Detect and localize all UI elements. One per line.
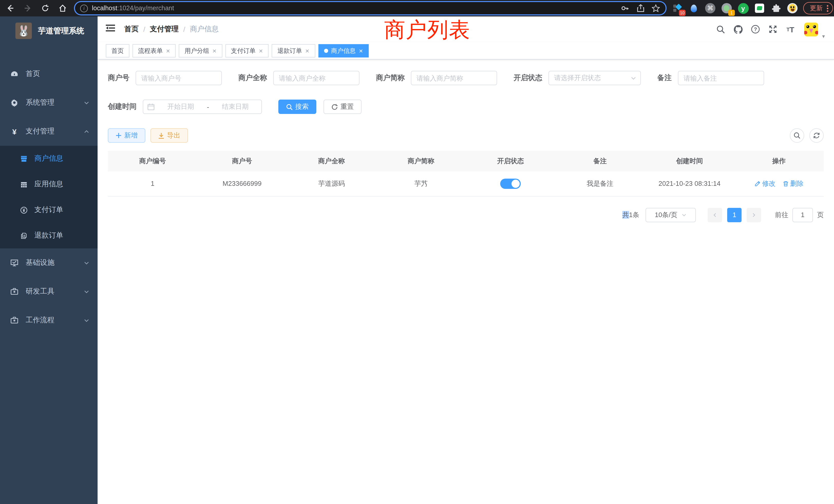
delete-button[interactable]: 删除 (783, 179, 804, 188)
col-status: 开启状态 (466, 151, 555, 171)
filter-label: 商户全称 (238, 73, 267, 83)
sidebar-item-pay[interactable]: ¥ 支付管理 (0, 117, 97, 146)
table-toolbar: 新增 导出 (108, 128, 824, 143)
add-button[interactable]: 新增 (108, 128, 145, 143)
tab-merchant-info[interactable]: 商户信息✕ (318, 44, 369, 58)
app-logo-row[interactable]: 🐰 芋道管理系统 (0, 17, 97, 45)
sidebar-item-system[interactable]: 系统管理 (0, 88, 97, 117)
merchant-full-name-input[interactable] (273, 71, 359, 85)
tab-process-form[interactable]: 流程表单✕ (132, 44, 176, 58)
sidebar-item-label: 系统管理 (26, 98, 84, 107)
total-count: 共1条 (622, 210, 639, 220)
export-button[interactable]: 导出 (151, 128, 188, 143)
extension-badge: 10 (679, 10, 686, 16)
close-icon[interactable]: ✕ (259, 48, 263, 54)
browser-menu-icon[interactable] (827, 5, 828, 12)
tab-refund-order[interactable]: 退款订单✕ (272, 44, 315, 58)
breadcrumb-home[interactable]: 首页 (124, 25, 139, 34)
sidebar-item-label: 首页 (26, 69, 89, 78)
refresh-table-icon[interactable] (809, 128, 824, 143)
help-icon[interactable]: ? (749, 23, 762, 36)
avatar-caret-icon[interactable]: ▼ (821, 34, 826, 39)
tab-user-group[interactable]: 用户分组✕ (179, 44, 222, 58)
extension-balloon-icon[interactable] (688, 3, 699, 14)
extension-chat-icon[interactable] (754, 3, 765, 14)
store-icon (20, 155, 28, 162)
col-create-time: 创建时间 (645, 151, 734, 171)
next-page-button[interactable] (747, 208, 761, 222)
col-actions: 操作 (734, 151, 824, 171)
sidebar-item-dev-tools[interactable]: 研发工具 (0, 277, 97, 306)
password-key-icon[interactable] (620, 4, 630, 13)
breadcrumb-pay[interactable]: 支付管理 (150, 25, 179, 34)
extension-blob-icon[interactable]: 1 (721, 3, 732, 14)
reset-button[interactable]: 重置 (324, 99, 361, 114)
browser-chrome: i localhost:1024/pay/merchant 10 ⌘ 1 (0, 0, 834, 17)
close-icon[interactable]: ✕ (359, 48, 363, 54)
tab-home[interactable]: 首页 (106, 44, 129, 58)
sidebar-item-app-info[interactable]: 应用信息 (0, 171, 97, 197)
tags-view-bar: 首页 流程表单✕ 用户分组✕ 支付订单✕ 退款订单✕ 商户信息✕ (97, 42, 834, 60)
tab-pay-order[interactable]: 支付订单✕ (225, 44, 269, 58)
sidebar-item-workflow[interactable]: 工作流程 (0, 306, 97, 335)
status-select[interactable]: 请选择开启状态 (548, 71, 641, 85)
close-icon[interactable]: ✕ (212, 48, 217, 54)
pay-submenu: 商户信息 应用信息 支付订单 (0, 146, 97, 248)
toggle-search-icon[interactable] (790, 128, 804, 143)
fullscreen-icon[interactable] (766, 23, 780, 36)
browser-home-icon[interactable] (58, 3, 68, 13)
sidebar-fold-icon[interactable] (106, 24, 116, 35)
status-toggle[interactable] (500, 179, 521, 189)
create-time-range-picker[interactable]: 开始日期 - 结束日期 (143, 99, 262, 114)
font-size-icon[interactable]: TT (784, 23, 797, 36)
remark-input[interactable] (678, 71, 764, 85)
browser-reload-icon[interactable] (40, 3, 50, 13)
browser-back-icon[interactable] (5, 3, 16, 13)
edit-button[interactable]: 修改 (754, 179, 775, 188)
close-icon[interactable]: ✕ (166, 48, 170, 54)
active-dot (324, 49, 328, 53)
merchant-no-input[interactable] (136, 71, 222, 85)
extension-green-y-icon[interactable]: y (738, 3, 749, 14)
browser-profile-avatar[interactable] (787, 3, 798, 14)
sidebar-item-label: 研发工具 (26, 287, 84, 296)
calendar-icon (147, 103, 155, 110)
github-icon[interactable] (731, 23, 745, 36)
search-button[interactable]: 搜索 (278, 99, 316, 114)
sidebar-item-merchant-info[interactable]: 商户信息 (0, 146, 97, 171)
cell-merchant-id: 1 (108, 171, 197, 196)
user-avatar[interactable] (804, 22, 818, 36)
address-bar[interactable]: i localhost:1024/pay/merchant (75, 2, 665, 14)
sidebar-item-label: 应用信息 (35, 180, 63, 189)
close-icon[interactable]: ✕ (305, 48, 309, 54)
merchant-short-name-input[interactable] (411, 71, 497, 85)
col-full-name: 商户全称 (287, 151, 376, 171)
page-suffix: 页 (817, 210, 824, 220)
browser-update-button[interactable]: 更新 (803, 2, 833, 14)
extension-command-icon[interactable]: ⌘ (705, 3, 716, 14)
sidebar-item-pay-order[interactable]: 支付订单 (0, 197, 97, 223)
header-search-icon[interactable] (714, 23, 727, 36)
chevron-down-icon (84, 260, 89, 266)
filter-label: 备注 (657, 73, 672, 83)
col-short-name: 商户简称 (376, 151, 466, 171)
prev-page-button[interactable] (708, 208, 722, 222)
share-icon[interactable] (636, 4, 645, 13)
page-info-icon[interactable]: i (80, 4, 88, 12)
sidebar-item-label: 工作流程 (26, 316, 84, 325)
sidebar-item-label: 基础设施 (26, 258, 84, 268)
goto-page-input[interactable] (792, 208, 813, 222)
page-size-select[interactable]: 10条/页 (645, 208, 696, 222)
cell-remark: 我是备注 (555, 171, 645, 196)
browser-forward-icon[interactable] (23, 3, 33, 13)
sidebar-item-infra[interactable]: 基础设施 (0, 248, 97, 277)
extensions-puzzle-icon[interactable] (770, 3, 782, 14)
page-number-button[interactable]: 1 (727, 208, 742, 222)
briefcase-icon (10, 288, 19, 296)
filter-row-1: 商户号 商户全称 商户简称 开启状态 请选择开启状态 (108, 71, 824, 85)
sidebar-item-home[interactable]: 首页 (0, 60, 97, 88)
extension-squares-diamond-icon[interactable]: 10 (672, 3, 683, 14)
sidebar-item-refund-order[interactable]: 退款订单 (0, 223, 97, 248)
bookmark-star-icon[interactable] (651, 4, 660, 13)
breadcrumb: 首页 / 支付管理 / 商户信息 (124, 25, 219, 34)
